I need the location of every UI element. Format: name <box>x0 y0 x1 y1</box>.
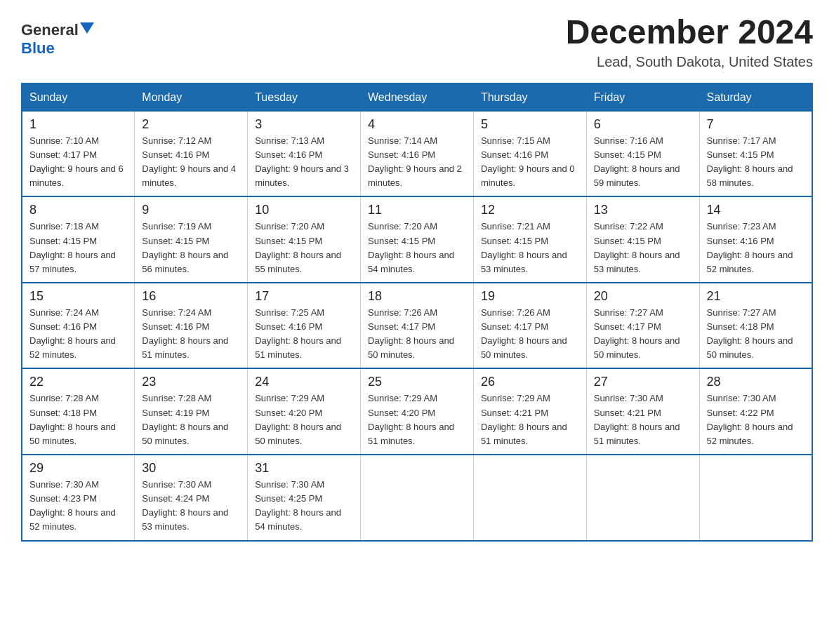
page-header: General Blue December 2024 Lead, South D… <box>21 14 813 70</box>
day-number: 22 <box>29 375 127 389</box>
calendar-cell: 10 Sunrise: 7:20 AMSunset: 4:15 PMDaylig… <box>248 196 361 283</box>
day-number: 30 <box>142 461 240 476</box>
calendar-subtitle: Lead, South Dakota, United States <box>566 54 813 70</box>
day-info: Sunrise: 7:15 AMSunset: 4:16 PMDaylight:… <box>481 135 575 188</box>
logo-general: General <box>21 21 79 39</box>
calendar-title: December 2024 <box>566 14 813 51</box>
calendar-cell: 5 Sunrise: 7:15 AMSunset: 4:16 PMDayligh… <box>473 111 586 196</box>
calendar-cell <box>586 455 699 541</box>
day-info: Sunrise: 7:30 AMSunset: 4:24 PMDaylight:… <box>142 479 228 532</box>
day-header-friday: Friday <box>586 83 699 112</box>
day-number: 10 <box>255 203 353 217</box>
day-header-saturday: Saturday <box>699 83 812 112</box>
calendar-cell: 27 Sunrise: 7:30 AMSunset: 4:21 PMDaylig… <box>586 368 699 455</box>
day-info: Sunrise: 7:29 AMSunset: 4:20 PMDaylight:… <box>368 393 454 445</box>
day-info: Sunrise: 7:28 AMSunset: 4:18 PMDaylight:… <box>29 393 116 445</box>
calendar-cell: 26 Sunrise: 7:29 AMSunset: 4:21 PMDaylig… <box>473 368 586 455</box>
day-info: Sunrise: 7:28 AMSunset: 4:19 PMDaylight:… <box>142 393 228 445</box>
week-row-5: 29 Sunrise: 7:30 AMSunset: 4:23 PMDaylig… <box>22 455 812 541</box>
day-info: Sunrise: 7:30 AMSunset: 4:23 PMDaylight:… <box>29 479 116 532</box>
calendar-cell: 12 Sunrise: 7:21 AMSunset: 4:15 PMDaylig… <box>473 196 586 283</box>
week-row-3: 15 Sunrise: 7:24 AMSunset: 4:16 PMDaylig… <box>22 283 812 369</box>
calendar-cell: 17 Sunrise: 7:25 AMSunset: 4:16 PMDaylig… <box>248 283 361 369</box>
day-info: Sunrise: 7:29 AMSunset: 4:21 PMDaylight:… <box>481 393 567 445</box>
day-number: 19 <box>481 289 579 304</box>
week-row-1: 1 Sunrise: 7:10 AMSunset: 4:17 PMDayligh… <box>22 111 812 196</box>
day-info: Sunrise: 7:19 AMSunset: 4:15 PMDaylight:… <box>142 221 228 274</box>
day-number: 9 <box>142 203 240 217</box>
calendar-header-row: SundayMondayTuesdayWednesdayThursdayFrid… <box>22 83 812 112</box>
calendar-cell: 16 Sunrise: 7:24 AMSunset: 4:16 PMDaylig… <box>135 283 248 369</box>
day-info: Sunrise: 7:21 AMSunset: 4:15 PMDaylight:… <box>481 221 567 274</box>
day-number: 21 <box>707 289 805 304</box>
calendar-cell: 22 Sunrise: 7:28 AMSunset: 4:18 PMDaylig… <box>22 368 135 455</box>
day-number: 13 <box>594 203 692 217</box>
day-header-wednesday: Wednesday <box>361 83 474 112</box>
day-number: 23 <box>142 375 240 389</box>
day-header-sunday: Sunday <box>22 83 135 112</box>
day-header-thursday: Thursday <box>473 83 586 112</box>
week-row-2: 8 Sunrise: 7:18 AMSunset: 4:15 PMDayligh… <box>22 196 812 283</box>
calendar-cell: 9 Sunrise: 7:19 AMSunset: 4:15 PMDayligh… <box>135 196 248 283</box>
day-number: 3 <box>255 117 353 132</box>
day-info: Sunrise: 7:20 AMSunset: 4:15 PMDaylight:… <box>255 221 341 274</box>
logo: General Blue <box>21 21 94 58</box>
calendar-cell: 1 Sunrise: 7:10 AMSunset: 4:17 PMDayligh… <box>22 111 135 196</box>
calendar-cell: 25 Sunrise: 7:29 AMSunset: 4:20 PMDaylig… <box>361 368 474 455</box>
day-info: Sunrise: 7:10 AMSunset: 4:17 PMDaylight:… <box>29 135 124 188</box>
day-number: 17 <box>255 289 353 304</box>
day-number: 24 <box>255 375 353 389</box>
day-info: Sunrise: 7:29 AMSunset: 4:20 PMDaylight:… <box>255 393 341 445</box>
calendar-cell: 19 Sunrise: 7:26 AMSunset: 4:17 PMDaylig… <box>473 283 586 369</box>
calendar-cell: 21 Sunrise: 7:27 AMSunset: 4:18 PMDaylig… <box>699 283 812 369</box>
day-info: Sunrise: 7:14 AMSunset: 4:16 PMDaylight:… <box>368 135 462 188</box>
day-header-tuesday: Tuesday <box>248 83 361 112</box>
day-number: 4 <box>368 117 466 132</box>
day-info: Sunrise: 7:20 AMSunset: 4:15 PMDaylight:… <box>368 221 454 274</box>
week-row-4: 22 Sunrise: 7:28 AMSunset: 4:18 PMDaylig… <box>22 368 812 455</box>
day-number: 7 <box>707 117 805 132</box>
day-info: Sunrise: 7:18 AMSunset: 4:15 PMDaylight:… <box>29 221 116 274</box>
day-info: Sunrise: 7:27 AMSunset: 4:17 PMDaylight:… <box>594 307 680 360</box>
calendar-cell: 3 Sunrise: 7:13 AMSunset: 4:16 PMDayligh… <box>248 111 361 196</box>
day-info: Sunrise: 7:30 AMSunset: 4:21 PMDaylight:… <box>594 393 680 445</box>
calendar-cell: 29 Sunrise: 7:30 AMSunset: 4:23 PMDaylig… <box>22 455 135 541</box>
calendar-table: SundayMondayTuesdayWednesdayThursdayFrid… <box>21 83 813 542</box>
calendar-cell: 23 Sunrise: 7:28 AMSunset: 4:19 PMDaylig… <box>135 368 248 455</box>
calendar-cell: 14 Sunrise: 7:23 AMSunset: 4:16 PMDaylig… <box>699 196 812 283</box>
day-number: 27 <box>594 375 692 389</box>
day-info: Sunrise: 7:27 AMSunset: 4:18 PMDaylight:… <box>707 307 793 360</box>
logo-blue: Blue <box>21 39 55 58</box>
calendar-cell: 4 Sunrise: 7:14 AMSunset: 4:16 PMDayligh… <box>361 111 474 196</box>
day-info: Sunrise: 7:30 AMSunset: 4:25 PMDaylight:… <box>255 479 341 532</box>
day-number: 11 <box>368 203 466 217</box>
day-number: 5 <box>481 117 579 132</box>
day-info: Sunrise: 7:13 AMSunset: 4:16 PMDaylight:… <box>255 135 349 188</box>
day-number: 29 <box>29 461 127 476</box>
day-number: 1 <box>29 117 127 132</box>
day-info: Sunrise: 7:12 AMSunset: 4:16 PMDaylight:… <box>142 135 236 188</box>
calendar-cell: 11 Sunrise: 7:20 AMSunset: 4:15 PMDaylig… <box>361 196 474 283</box>
calendar-cell: 6 Sunrise: 7:16 AMSunset: 4:15 PMDayligh… <box>586 111 699 196</box>
day-number: 14 <box>707 203 805 217</box>
day-info: Sunrise: 7:24 AMSunset: 4:16 PMDaylight:… <box>142 307 228 360</box>
calendar-cell: 30 Sunrise: 7:30 AMSunset: 4:24 PMDaylig… <box>135 455 248 541</box>
day-number: 28 <box>707 375 805 389</box>
calendar-cell: 24 Sunrise: 7:29 AMSunset: 4:20 PMDaylig… <box>248 368 361 455</box>
day-info: Sunrise: 7:17 AMSunset: 4:15 PMDaylight:… <box>707 135 793 188</box>
calendar-cell: 28 Sunrise: 7:30 AMSunset: 4:22 PMDaylig… <box>699 368 812 455</box>
day-info: Sunrise: 7:23 AMSunset: 4:16 PMDaylight:… <box>707 221 793 274</box>
calendar-cell <box>473 455 586 541</box>
day-number: 2 <box>142 117 240 132</box>
day-info: Sunrise: 7:22 AMSunset: 4:15 PMDaylight:… <box>594 221 680 274</box>
day-number: 6 <box>594 117 692 132</box>
day-info: Sunrise: 7:16 AMSunset: 4:15 PMDaylight:… <box>594 135 680 188</box>
day-info: Sunrise: 7:25 AMSunset: 4:16 PMDaylight:… <box>255 307 341 360</box>
day-number: 16 <box>142 289 240 304</box>
calendar-cell: 13 Sunrise: 7:22 AMSunset: 4:15 PMDaylig… <box>586 196 699 283</box>
calendar-cell <box>361 455 474 541</box>
calendar-cell: 20 Sunrise: 7:27 AMSunset: 4:17 PMDaylig… <box>586 283 699 369</box>
day-number: 15 <box>29 289 127 304</box>
day-info: Sunrise: 7:30 AMSunset: 4:22 PMDaylight:… <box>707 393 793 445</box>
day-info: Sunrise: 7:24 AMSunset: 4:16 PMDaylight:… <box>29 307 116 360</box>
